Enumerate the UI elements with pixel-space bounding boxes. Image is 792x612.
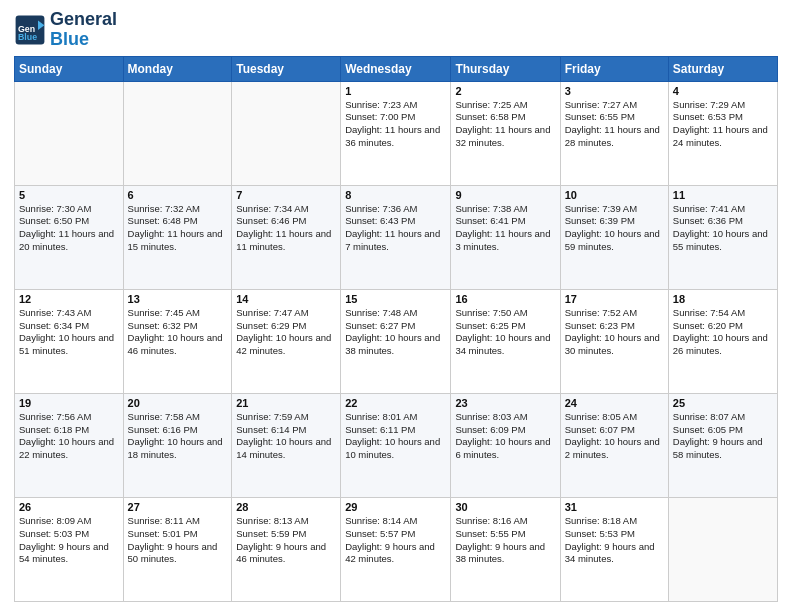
- day-number: 27: [128, 501, 228, 513]
- calendar-day-8: 8Sunrise: 7:36 AMSunset: 6:43 PMDaylight…: [341, 185, 451, 289]
- cell-sun-info: Sunrise: 8:18 AMSunset: 5:53 PMDaylight:…: [565, 515, 664, 566]
- day-number: 8: [345, 189, 446, 201]
- cell-sun-info: Sunrise: 8:07 AMSunset: 6:05 PMDaylight:…: [673, 411, 773, 462]
- cell-sun-info: Sunrise: 7:39 AMSunset: 6:39 PMDaylight:…: [565, 203, 664, 254]
- day-number: 3: [565, 85, 664, 97]
- day-number: 6: [128, 189, 228, 201]
- cell-sun-info: Sunrise: 7:50 AMSunset: 6:25 PMDaylight:…: [455, 307, 555, 358]
- day-number: 16: [455, 293, 555, 305]
- calendar-week-row: 1Sunrise: 7:23 AMSunset: 7:00 PMDaylight…: [15, 81, 778, 185]
- logo-blue: Blue: [50, 29, 89, 49]
- day-number: 30: [455, 501, 555, 513]
- calendar-week-row: 26Sunrise: 8:09 AMSunset: 5:03 PMDayligh…: [15, 497, 778, 601]
- day-number: 31: [565, 501, 664, 513]
- day-number: 10: [565, 189, 664, 201]
- cell-sun-info: Sunrise: 8:01 AMSunset: 6:11 PMDaylight:…: [345, 411, 446, 462]
- calendar-week-row: 19Sunrise: 7:56 AMSunset: 6:18 PMDayligh…: [15, 393, 778, 497]
- calendar-day-16: 16Sunrise: 7:50 AMSunset: 6:25 PMDayligh…: [451, 289, 560, 393]
- calendar-empty-cell: [15, 81, 124, 185]
- logo-icon: Gen Blue: [14, 14, 46, 46]
- day-number: 4: [673, 85, 773, 97]
- weekday-header-tuesday: Tuesday: [232, 56, 341, 81]
- day-number: 2: [455, 85, 555, 97]
- calendar-day-26: 26Sunrise: 8:09 AMSunset: 5:03 PMDayligh…: [15, 497, 124, 601]
- cell-sun-info: Sunrise: 8:13 AMSunset: 5:59 PMDaylight:…: [236, 515, 336, 566]
- calendar-day-24: 24Sunrise: 8:05 AMSunset: 6:07 PMDayligh…: [560, 393, 668, 497]
- calendar-day-1: 1Sunrise: 7:23 AMSunset: 7:00 PMDaylight…: [341, 81, 451, 185]
- calendar-day-4: 4Sunrise: 7:29 AMSunset: 6:53 PMDaylight…: [668, 81, 777, 185]
- logo-text: General Blue: [50, 10, 117, 50]
- cell-sun-info: Sunrise: 7:36 AMSunset: 6:43 PMDaylight:…: [345, 203, 446, 254]
- cell-sun-info: Sunrise: 7:25 AMSunset: 6:58 PMDaylight:…: [455, 99, 555, 150]
- cell-sun-info: Sunrise: 7:30 AMSunset: 6:50 PMDaylight:…: [19, 203, 119, 254]
- calendar-day-2: 2Sunrise: 7:25 AMSunset: 6:58 PMDaylight…: [451, 81, 560, 185]
- calendar-day-13: 13Sunrise: 7:45 AMSunset: 6:32 PMDayligh…: [123, 289, 232, 393]
- calendar-day-31: 31Sunrise: 8:18 AMSunset: 5:53 PMDayligh…: [560, 497, 668, 601]
- day-number: 23: [455, 397, 555, 409]
- day-number: 17: [565, 293, 664, 305]
- svg-text:Blue: Blue: [18, 32, 37, 42]
- day-number: 14: [236, 293, 336, 305]
- weekday-header-thursday: Thursday: [451, 56, 560, 81]
- day-number: 26: [19, 501, 119, 513]
- cell-sun-info: Sunrise: 7:27 AMSunset: 6:55 PMDaylight:…: [565, 99, 664, 150]
- cell-sun-info: Sunrise: 7:34 AMSunset: 6:46 PMDaylight:…: [236, 203, 336, 254]
- cell-sun-info: Sunrise: 7:32 AMSunset: 6:48 PMDaylight:…: [128, 203, 228, 254]
- cell-sun-info: Sunrise: 7:59 AMSunset: 6:14 PMDaylight:…: [236, 411, 336, 462]
- calendar-table: SundayMondayTuesdayWednesdayThursdayFrid…: [14, 56, 778, 602]
- day-number: 21: [236, 397, 336, 409]
- calendar-day-27: 27Sunrise: 8:11 AMSunset: 5:01 PMDayligh…: [123, 497, 232, 601]
- calendar-day-30: 30Sunrise: 8:16 AMSunset: 5:55 PMDayligh…: [451, 497, 560, 601]
- cell-sun-info: Sunrise: 7:58 AMSunset: 6:16 PMDaylight:…: [128, 411, 228, 462]
- calendar-day-15: 15Sunrise: 7:48 AMSunset: 6:27 PMDayligh…: [341, 289, 451, 393]
- weekday-header-friday: Friday: [560, 56, 668, 81]
- calendar-day-3: 3Sunrise: 7:27 AMSunset: 6:55 PMDaylight…: [560, 81, 668, 185]
- logo-general: General: [50, 9, 117, 29]
- day-number: 25: [673, 397, 773, 409]
- cell-sun-info: Sunrise: 8:11 AMSunset: 5:01 PMDaylight:…: [128, 515, 228, 566]
- calendar-day-28: 28Sunrise: 8:13 AMSunset: 5:59 PMDayligh…: [232, 497, 341, 601]
- day-number: 9: [455, 189, 555, 201]
- calendar-empty-cell: [668, 497, 777, 601]
- cell-sun-info: Sunrise: 7:48 AMSunset: 6:27 PMDaylight:…: [345, 307, 446, 358]
- calendar-week-row: 5Sunrise: 7:30 AMSunset: 6:50 PMDaylight…: [15, 185, 778, 289]
- day-number: 22: [345, 397, 446, 409]
- day-number: 11: [673, 189, 773, 201]
- day-number: 15: [345, 293, 446, 305]
- weekday-header-row: SundayMondayTuesdayWednesdayThursdayFrid…: [15, 56, 778, 81]
- calendar-day-29: 29Sunrise: 8:14 AMSunset: 5:57 PMDayligh…: [341, 497, 451, 601]
- cell-sun-info: Sunrise: 7:56 AMSunset: 6:18 PMDaylight:…: [19, 411, 119, 462]
- day-number: 29: [345, 501, 446, 513]
- weekday-header-saturday: Saturday: [668, 56, 777, 81]
- calendar-empty-cell: [232, 81, 341, 185]
- calendar-day-22: 22Sunrise: 8:01 AMSunset: 6:11 PMDayligh…: [341, 393, 451, 497]
- cell-sun-info: Sunrise: 7:47 AMSunset: 6:29 PMDaylight:…: [236, 307, 336, 358]
- calendar-day-19: 19Sunrise: 7:56 AMSunset: 6:18 PMDayligh…: [15, 393, 124, 497]
- day-number: 12: [19, 293, 119, 305]
- cell-sun-info: Sunrise: 7:41 AMSunset: 6:36 PMDaylight:…: [673, 203, 773, 254]
- calendar-day-23: 23Sunrise: 8:03 AMSunset: 6:09 PMDayligh…: [451, 393, 560, 497]
- day-number: 20: [128, 397, 228, 409]
- cell-sun-info: Sunrise: 7:52 AMSunset: 6:23 PMDaylight:…: [565, 307, 664, 358]
- day-number: 1: [345, 85, 446, 97]
- calendar-day-17: 17Sunrise: 7:52 AMSunset: 6:23 PMDayligh…: [560, 289, 668, 393]
- cell-sun-info: Sunrise: 7:23 AMSunset: 7:00 PMDaylight:…: [345, 99, 446, 150]
- day-number: 18: [673, 293, 773, 305]
- calendar-day-25: 25Sunrise: 8:07 AMSunset: 6:05 PMDayligh…: [668, 393, 777, 497]
- cell-sun-info: Sunrise: 7:54 AMSunset: 6:20 PMDaylight:…: [673, 307, 773, 358]
- calendar-day-6: 6Sunrise: 7:32 AMSunset: 6:48 PMDaylight…: [123, 185, 232, 289]
- calendar-day-5: 5Sunrise: 7:30 AMSunset: 6:50 PMDaylight…: [15, 185, 124, 289]
- day-number: 28: [236, 501, 336, 513]
- cell-sun-info: Sunrise: 7:45 AMSunset: 6:32 PMDaylight:…: [128, 307, 228, 358]
- calendar-day-18: 18Sunrise: 7:54 AMSunset: 6:20 PMDayligh…: [668, 289, 777, 393]
- cell-sun-info: Sunrise: 7:38 AMSunset: 6:41 PMDaylight:…: [455, 203, 555, 254]
- calendar-day-10: 10Sunrise: 7:39 AMSunset: 6:39 PMDayligh…: [560, 185, 668, 289]
- calendar-day-14: 14Sunrise: 7:47 AMSunset: 6:29 PMDayligh…: [232, 289, 341, 393]
- cell-sun-info: Sunrise: 8:09 AMSunset: 5:03 PMDaylight:…: [19, 515, 119, 566]
- day-number: 7: [236, 189, 336, 201]
- calendar-day-11: 11Sunrise: 7:41 AMSunset: 6:36 PMDayligh…: [668, 185, 777, 289]
- calendar-day-21: 21Sunrise: 7:59 AMSunset: 6:14 PMDayligh…: [232, 393, 341, 497]
- logo: Gen Blue General Blue: [14, 10, 117, 50]
- calendar-day-12: 12Sunrise: 7:43 AMSunset: 6:34 PMDayligh…: [15, 289, 124, 393]
- calendar-empty-cell: [123, 81, 232, 185]
